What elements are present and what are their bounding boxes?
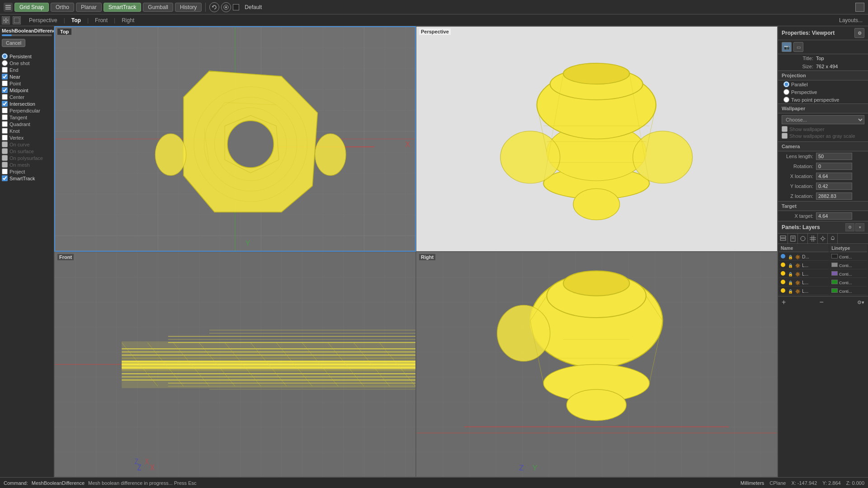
planar-button[interactable]: Planar [76, 3, 102, 12]
layers-tab-layers[interactable] [778, 234, 788, 244]
snap-end-checkbox[interactable] [2, 67, 8, 73]
snap-on_polysurface-label: On polysurface [9, 155, 43, 161]
snap-vertex-row: Vertex [2, 135, 52, 141]
lens-row: Lens length: [778, 151, 868, 161]
viewport-front[interactable]: Front Z X [54, 252, 416, 477]
snap-near-checkbox[interactable] [2, 74, 8, 80]
snap-tangent-checkbox[interactable] [2, 114, 8, 120]
snap-project-checkbox[interactable] [2, 169, 8, 174]
color-swatch[interactable] [233, 4, 239, 10]
menu-icon[interactable] [4, 3, 13, 12]
camera-icon[interactable]: 📷 [782, 42, 792, 52]
svg-text:Y: Y [532, 464, 538, 472]
layers-tab-doc[interactable] [788, 234, 798, 244]
layers-expand-icon[interactable]: ▾ [855, 223, 864, 231]
table-row[interactable]: 🔒 🔆 L... Conti... [779, 287, 867, 295]
xloc-input[interactable] [816, 173, 852, 180]
xloc-label: X location: [782, 174, 813, 179]
size-value: 762 x 494 [816, 64, 864, 69]
gridsnap-button[interactable]: Grid Snap [14, 3, 49, 12]
viewport-tabs-bar: Perspective | Top | Front | Right Layout… [0, 14, 868, 26]
snap-on_polysurface-checkbox[interactable] [2, 155, 8, 161]
cancel-button[interactable]: Cancel [2, 39, 25, 47]
lens-input[interactable] [816, 153, 852, 160]
snap-center-checkbox[interactable] [2, 94, 8, 100]
history-button[interactable]: History [175, 3, 202, 12]
properties-header: Properties: Viewport ⚙ [778, 26, 868, 40]
parallel-radio[interactable] [783, 81, 789, 87]
viewport-top[interactable]: Top Y X [54, 26, 416, 252]
persistent-radio-row: Persistent [2, 53, 52, 59]
svg-text:Y: Y [245, 239, 250, 247]
properties-settings-icon[interactable]: ⚙ [854, 28, 864, 38]
viewport-grid-icon[interactable] [2, 16, 10, 24]
main-toolbar: Grid Snap Ortho Planar SmartTrack Gumbal… [0, 0, 868, 14]
viewport-perspective[interactable]: Perspective [416, 26, 778, 252]
snap-on_curve-checkbox[interactable] [2, 141, 8, 147]
snap-tangent-row: Tangent [2, 114, 52, 120]
snap-quadrant-checkbox[interactable] [2, 121, 8, 127]
table-row[interactable]: 🔒 🔆 L... Conti... [779, 270, 867, 278]
table-row[interactable]: 🔒 🔆 L... Conti... [779, 279, 867, 286]
xtarget-input[interactable] [816, 212, 852, 220]
rotation-input[interactable] [816, 163, 852, 170]
tab-top[interactable]: Top [66, 16, 86, 24]
layers-header: Panels: Layers ⚙ ▾ [778, 221, 868, 234]
main-area: MeshBooleanDifference Cancel Persistent … [0, 26, 868, 477]
svg-point-31 [315, 134, 346, 175]
persistent-label: Persistent [9, 54, 32, 59]
smarttrack-button[interactable]: SmartTrack [104, 3, 142, 12]
snap-point-checkbox[interactable] [2, 80, 8, 86]
snap-quadrant-label: Quadrant [9, 122, 30, 127]
viewport-right[interactable]: Right Z Y [416, 252, 778, 477]
gumball-button[interactable]: Gumball [143, 3, 173, 12]
tab-front[interactable]: Front [90, 16, 113, 24]
snap-intersection-checkbox[interactable] [2, 101, 8, 107]
yloc-input[interactable] [816, 183, 852, 190]
layers-tab-material[interactable] [798, 234, 808, 244]
table-row[interactable]: 🔒 🔆 D... Conti... [779, 253, 867, 261]
snap-smarttrack-checkbox[interactable] [2, 175, 8, 181]
layers-tab-bell[interactable] [828, 234, 838, 244]
status-cplane[interactable]: CPlane [769, 480, 786, 486]
svg-point-99 [497, 305, 550, 361]
layers-linetype-header: Linetype [830, 245, 867, 252]
status-message: Mesh boolean difference in progress... P… [88, 480, 196, 486]
svg-point-30 [155, 134, 186, 175]
snap-on_surface-checkbox[interactable] [2, 148, 8, 154]
status-units[interactable]: Millimeters [741, 480, 764, 486]
snap-on_curve-row: On curve [2, 141, 52, 147]
show-wallpaper-checkbox[interactable] [782, 126, 788, 132]
layers-settings-icon[interactable]: ⚙ [845, 223, 854, 231]
maximize-button[interactable] [855, 3, 864, 12]
layouts-button[interactable]: Layouts... [839, 17, 866, 23]
persistent-radio[interactable] [2, 53, 8, 59]
viewport-icon[interactable]: ▭ [793, 42, 803, 52]
snap-knot-checkbox[interactable] [2, 128, 8, 134]
zloc-input[interactable] [816, 192, 852, 200]
viewport-single-icon[interactable] [13, 16, 21, 24]
perspective-radio[interactable] [783, 89, 789, 95]
twopt-radio[interactable] [783, 97, 789, 103]
tab-perspective[interactable]: Perspective [24, 16, 63, 24]
layers-tab-sun[interactable] [818, 234, 828, 244]
oneshot-radio[interactable] [2, 60, 8, 66]
snap-perpendicular-checkbox[interactable] [2, 108, 8, 113]
grayscale-checkbox[interactable] [782, 133, 788, 139]
layer-add-button[interactable]: + [782, 298, 786, 306]
xloc-row: X location: [778, 171, 868, 181]
svg-text:X: X [405, 140, 410, 148]
svg-point-39 [500, 131, 560, 183]
snap-vertex-checkbox[interactable] [2, 135, 8, 141]
snap-on_mesh-checkbox[interactable] [2, 162, 8, 168]
undo-button[interactable] [209, 2, 219, 12]
wallpaper-select[interactable]: Choose... [782, 115, 864, 124]
ortho-button[interactable]: Ortho [51, 3, 74, 12]
snap-midpoint-checkbox[interactable] [2, 87, 8, 93]
redo-button[interactable] [221, 2, 231, 12]
layers-tab-grid[interactable] [808, 234, 818, 244]
table-row[interactable]: 🔒 🔆 L... Conti... [779, 262, 867, 269]
tab-right[interactable]: Right [116, 16, 140, 24]
layer-settings-button[interactable]: ⚙▾ [857, 300, 864, 305]
layer-delete-button[interactable]: − [820, 298, 824, 306]
